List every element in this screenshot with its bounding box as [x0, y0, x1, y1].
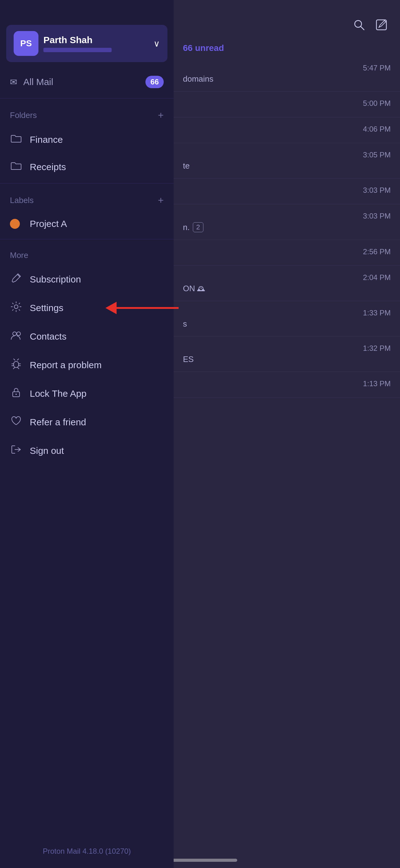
email-time: 3:05 PM — [183, 151, 391, 159]
lock-icon — [10, 387, 22, 400]
label-dot-icon — [10, 219, 22, 229]
svg-point-2 — [17, 332, 21, 336]
email-item-5[interactable]: 3:03 PM — [174, 179, 400, 204]
email-time: 3:03 PM — [183, 212, 391, 220]
sidebar-item-lock[interactable]: Lock The App — [0, 379, 174, 408]
email-item-4[interactable]: 3:05 PM te — [174, 143, 400, 179]
home-indicator — [163, 859, 237, 862]
account-email-bar — [43, 48, 112, 52]
signout-label: Sign out — [30, 445, 64, 456]
subscription-label: Subscription — [30, 274, 81, 285]
arrow-head — [105, 302, 116, 314]
contacts-icon — [10, 330, 22, 343]
email-item-11[interactable]: 1:13 PM — [174, 372, 400, 398]
email-time: 1:13 PM — [183, 379, 391, 388]
refer-label: Refer a friend — [30, 417, 86, 428]
email-subject: te — [183, 161, 391, 171]
sidebar-item-receipts[interactable]: Receipts — [0, 153, 174, 181]
folder-icon — [10, 133, 22, 146]
avatar: PS — [14, 31, 38, 56]
pencil-icon — [10, 273, 22, 286]
sidebar-item-project-a[interactable]: Project A — [0, 211, 174, 237]
heart-icon — [10, 415, 22, 429]
settings-arrow — [105, 302, 178, 314]
report-label: Report a problem — [30, 360, 102, 370]
num-badge: 2 — [193, 222, 203, 232]
svg-rect-7 — [376, 20, 386, 30]
search-icon[interactable] — [353, 19, 365, 34]
labels-header: Labels + — [0, 186, 174, 211]
sidebar-item-subscription[interactable]: Subscription — [0, 265, 174, 294]
email-item-9[interactable]: 1:33 PM s — [174, 301, 400, 337]
chevron-down-icon: ∨ — [154, 38, 160, 49]
compose-icon[interactable] — [375, 19, 388, 34]
sidebar-item-report[interactable]: Report a problem — [0, 351, 174, 379]
svg-point-5 — [15, 394, 17, 395]
email-time: 1:32 PM — [183, 344, 391, 353]
email-item-8[interactable]: 2:04 PM ON 🕰 — [174, 266, 400, 301]
signout-icon — [10, 444, 22, 458]
svg-point-6 — [355, 21, 362, 27]
sidebar-item-finance[interactable]: Finance — [0, 126, 174, 153]
bug-icon — [10, 358, 22, 372]
email-subject: n. — [183, 223, 190, 232]
email-subject: s — [183, 319, 391, 329]
email-subject: ON 🕰 — [183, 284, 391, 293]
account-info: Parth Shah — [43, 35, 148, 52]
email-time: 2:04 PM — [183, 273, 391, 282]
svg-point-0 — [14, 305, 18, 309]
email-item-7[interactable]: 2:56 PM — [174, 240, 400, 266]
email-time: 1:33 PM — [183, 309, 391, 317]
account-header[interactable]: PS Parth Shah ∨ — [6, 25, 167, 62]
all-mail-label: All Mail — [23, 77, 139, 87]
unread-label: 66 unread — [174, 40, 400, 56]
account-name: Parth Shah — [43, 35, 148, 45]
finance-label: Finance — [30, 134, 63, 145]
email-time: 5:00 PM — [183, 99, 391, 108]
lock-label: Lock The App — [30, 389, 87, 399]
email-panel: 66 unread 5:47 PM domains 5:00 PM 4:06 P… — [174, 0, 400, 868]
email-time: 4:06 PM — [183, 125, 391, 133]
email-time: 2:56 PM — [183, 247, 391, 256]
folder-icon-2 — [10, 161, 22, 173]
labels-title: Labels — [10, 195, 34, 205]
arrow-line — [116, 307, 178, 309]
separator-folders — [0, 98, 174, 98]
sidebar-item-contacts[interactable]: Contacts — [0, 322, 174, 351]
settings-label: Settings — [30, 303, 63, 313]
email-item-3[interactable]: 4:06 PM — [174, 117, 400, 143]
add-label-button[interactable]: + — [158, 195, 164, 206]
email-time: 3:03 PM — [183, 186, 391, 195]
email-item-1[interactable]: 5:47 PM domains — [174, 56, 400, 92]
all-mail-item[interactable]: ✉ All Mail 66 — [0, 68, 174, 96]
more-header: More — [0, 242, 174, 265]
email-item-10[interactable]: 1:32 PM ES — [174, 337, 400, 372]
folders-title: Folders — [10, 111, 37, 120]
project-a-label: Project A — [30, 219, 67, 229]
email-subject: ES — [183, 354, 391, 364]
sidebar-item-settings[interactable]: Settings — [0, 294, 174, 322]
top-bar — [174, 0, 400, 40]
gear-icon — [10, 301, 22, 315]
add-folder-button[interactable]: + — [158, 110, 164, 121]
sidebar: PS Parth Shah ∨ ✉ All Mail 66 Folders + — [0, 0, 174, 868]
separator-more — [0, 239, 174, 239]
folders-header: Folders + — [0, 101, 174, 126]
sidebar-item-signout[interactable]: Sign out — [0, 436, 174, 465]
more-title: More — [10, 251, 28, 260]
email-item-6[interactable]: 3:03 PM n. 2 — [174, 204, 400, 240]
email-time: 5:47 PM — [183, 64, 391, 72]
receipts-label: Receipts — [30, 162, 66, 172]
email-subject: domains — [183, 74, 391, 84]
unread-badge: 66 — [145, 76, 164, 88]
email-with-badge: n. 2 — [183, 222, 391, 232]
svg-rect-3 — [14, 361, 19, 368]
mail-icon: ✉ — [10, 77, 17, 87]
svg-point-1 — [13, 332, 16, 336]
sidebar-item-refer[interactable]: Refer a friend — [0, 408, 174, 436]
email-item-2[interactable]: 5:00 PM — [174, 92, 400, 117]
contacts-label: Contacts — [30, 331, 66, 342]
version-text: Proton Mail 4.18.0 (10270) — [0, 834, 174, 868]
